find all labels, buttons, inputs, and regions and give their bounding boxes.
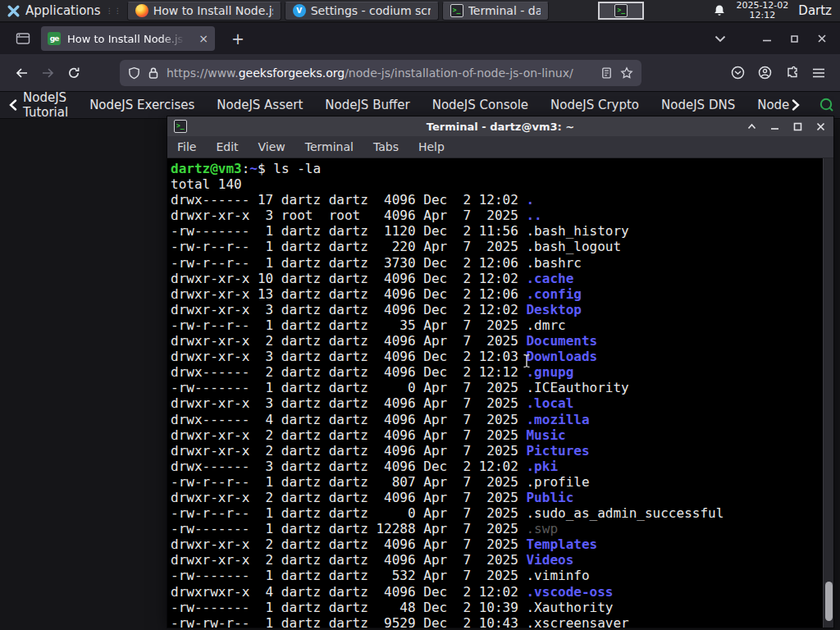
terminal-line: -rw------- 1 dartz dartz 12288 Apr 7 202… — [171, 521, 833, 536]
terminal-line: drwx------ 4 dartz dartz 4096 Apr 7 2025… — [171, 412, 833, 427]
minimize-icon[interactable] — [762, 34, 772, 43]
codium-icon: V — [293, 4, 306, 17]
applications-label: Applications — [25, 3, 101, 18]
terminal-line: drwxr-xr-x 3 dartz dartz 4096 Dec 2 12:0… — [171, 302, 833, 317]
terminal-menubar: FileEditViewTerminalTabsHelp — [167, 136, 833, 158]
terminal-scrollbar[interactable] — [823, 158, 833, 628]
terminal-line: drwxrwxr-x 4 dartz dartz 4096 Dec 2 12:0… — [171, 584, 833, 600]
url-scheme: https://www. — [167, 66, 239, 80]
terminal-line: drwx------ 2 dartz dartz 4096 Dec 2 12:1… — [171, 364, 833, 380]
terminal-line: drwx------ 3 dartz dartz 4096 Dec 2 12:0… — [171, 459, 833, 474]
terminal-line: dartz@vm3:~$ ls -la — [171, 161, 833, 176]
subnav-chevron-right-icon[interactable] — [791, 99, 801, 111]
subnav-item[interactable]: NodeJS Assert — [217, 98, 303, 112]
subnav-item[interactable]: NodeJS DNS — [661, 98, 735, 112]
taskbar-window-firefox[interactable]: How to Install Node.js o... — [127, 2, 281, 21]
url-bar[interactable]: https://www.geeksforgeeks.org/node-js/in… — [120, 60, 641, 86]
terminal-scrollbar-thumb[interactable] — [825, 582, 833, 621]
terminal-menu-edit[interactable]: Edit — [216, 140, 238, 153]
firefox-icon — [135, 4, 148, 17]
terminal-line: total 140 — [171, 176, 833, 192]
minimize-icon[interactable] — [770, 122, 779, 131]
reader-mode-icon[interactable] — [600, 66, 613, 80]
maximize-icon[interactable] — [790, 34, 799, 43]
notification-bell-icon[interactable] — [713, 4, 726, 17]
terminal-line: drwxr-xr-x 2 dartz dartz 4096 Apr 7 2025… — [171, 490, 833, 505]
terminal-line: -rw-r--r-- 1 dartz dartz 220 Apr 7 2025 … — [171, 239, 833, 254]
terminal-content[interactable]: dartz@vm3:~$ ls -latotal 140drwx------ 1… — [167, 158, 833, 628]
subnav-item[interactable]: NodeJS Buffer — [325, 98, 409, 112]
terminal-line: drwxr-xr-x 3 dartz dartz 4096 Dec 2 12:0… — [171, 349, 833, 364]
workspace-switcher[interactable]: >_ — [598, 2, 644, 20]
terminal-output: dartz@vm3:~$ ls -latotal 140drwx------ 1… — [167, 158, 833, 628]
terminal-line: drwxr-xr-x 3 dartz dartz 4096 Apr 7 2025… — [171, 395, 833, 411]
terminal-line: drwx------ 17 dartz dartz 4096 Dec 2 12:… — [171, 192, 833, 208]
tab-title: How to Install Node.js on — [67, 33, 187, 45]
subnav-item[interactable]: NodeJS Console — [432, 98, 528, 112]
terminal-icon: >_ — [450, 4, 463, 17]
terminal-line: drwxr-xr-x 2 dartz dartz 4096 Apr 7 2025… — [171, 552, 833, 568]
xfce-logo-icon — [7, 4, 21, 18]
account-icon[interactable] — [758, 66, 772, 80]
tracking-shield-icon[interactable] — [128, 66, 140, 80]
maximize-icon[interactable] — [793, 122, 802, 131]
user-menu[interactable]: Dartz — [798, 3, 835, 18]
pocket-icon[interactable] — [731, 66, 745, 80]
browser-tab-bar: ge How to Install Node.js on × + — [0, 23, 840, 54]
back-button[interactable] — [8, 60, 34, 86]
terminal-menu-file[interactable]: File — [177, 140, 196, 153]
close-icon[interactable] — [816, 122, 825, 131]
terminal-line: -rw------- 1 dartz dartz 532 Apr 7 2025 … — [171, 568, 833, 583]
url-path: /node-js/installation-of-node-js-on-linu… — [345, 66, 573, 80]
forward-button[interactable] — [34, 60, 61, 86]
browser-tab[interactable]: ge How to Install Node.js on × — [41, 26, 215, 51]
taskbar-window-codium[interactable]: V Settings - codium script... — [285, 2, 439, 21]
geeksforgeeks-favicon: ge — [48, 32, 61, 45]
terminal-line: -rw-r--r-- 1 dartz dartz 807 Apr 7 2025 … — [171, 474, 833, 490]
url-domain: geeksforgeeks.org — [239, 66, 345, 80]
terminal-line: drwxr-xr-x 13 dartz dartz 4096 Dec 2 12:… — [171, 286, 833, 302]
terminal-line: -rw-r--r-- 1 dartz dartz 3730 Dec 2 12:0… — [171, 255, 833, 271]
system-tray: 2025-12-02 12:12 Dartz — [701, 1, 840, 21]
applications-menu-button[interactable]: Applications — [0, 0, 106, 21]
toolbar-right-icons — [731, 66, 832, 80]
text-cursor-icon — [522, 354, 532, 368]
desktop: Applications ⋮⋮ How to Install Node.js o… — [0, 0, 840, 630]
terminal-line: -rw-r--r-- 1 dartz dartz 35 Apr 7 2025 .… — [171, 317, 833, 333]
terminal-menu-help[interactable]: Help — [418, 140, 445, 153]
terminal-window-title: Terminal - dartz@vm3: ~ — [167, 121, 833, 133]
extensions-puzzle-icon[interactable] — [785, 66, 799, 80]
terminal-menu-terminal[interactable]: Terminal — [305, 140, 354, 153]
clock-time: 12:12 — [736, 11, 788, 21]
terminal-line: -rw------- 1 dartz dartz 0 Apr 7 2025 .I… — [171, 380, 833, 395]
terminal-menu-tabs[interactable]: Tabs — [373, 140, 399, 153]
terminal-line: drwxr-xr-x 2 dartz dartz 4096 Apr 7 2025… — [171, 443, 833, 459]
panel-clock[interactable]: 2025-12-02 12:12 — [736, 1, 788, 21]
list-all-tabs-icon[interactable] — [714, 35, 726, 43]
subnav-chevron-left-icon[interactable] — [8, 99, 18, 111]
subnav-back-item[interactable]: NodeJS Tutorial — [23, 90, 68, 120]
new-tab-button[interactable]: + — [226, 30, 249, 48]
bookmark-star-icon[interactable] — [620, 66, 633, 80]
terminal-line: drwxr-xr-x 2 dartz dartz 4096 Apr 7 2025… — [171, 536, 833, 552]
browser-toolbar: https://www.geeksforgeeks.org/node-js/in… — [0, 54, 840, 92]
subnav-item[interactable]: NodeJS Exercises — [89, 98, 194, 112]
shade-icon[interactable] — [747, 122, 756, 131]
terminal-titlebar[interactable]: >_ Terminal - dartz@vm3: ~ — [167, 116, 833, 136]
terminal-window: >_ Terminal - dartz@vm3: ~ FileEditViewT… — [167, 116, 834, 628]
url-text: https://www.geeksforgeeks.org/node-js/in… — [167, 66, 593, 80]
terminal-line: drwxr-xr-x 3 root root 4096 Apr 7 2025 .… — [171, 208, 833, 223]
lock-icon[interactable] — [148, 66, 159, 80]
subnav-item[interactable]: Node — [757, 98, 789, 112]
page-search-icon[interactable] — [819, 97, 835, 113]
terminal-line: -rw-rw-r-- 1 dartz dartz 9529 Dec 2 10:4… — [171, 615, 833, 628]
close-icon[interactable] — [817, 34, 827, 43]
firefox-view-icon[interactable] — [10, 27, 36, 50]
reload-button[interactable] — [61, 60, 87, 86]
menu-hamburger-icon[interactable] — [812, 67, 825, 79]
terminal-menu-view[interactable]: View — [258, 140, 285, 153]
tab-close-icon[interactable]: × — [199, 32, 208, 45]
taskbar-window-terminal[interactable]: >_ Terminal - dartz@vm3: ~ — [442, 2, 549, 21]
panel-separator: ⋮⋮ — [106, 7, 122, 15]
subnav-item[interactable]: NodeJS Crypto — [550, 98, 639, 112]
